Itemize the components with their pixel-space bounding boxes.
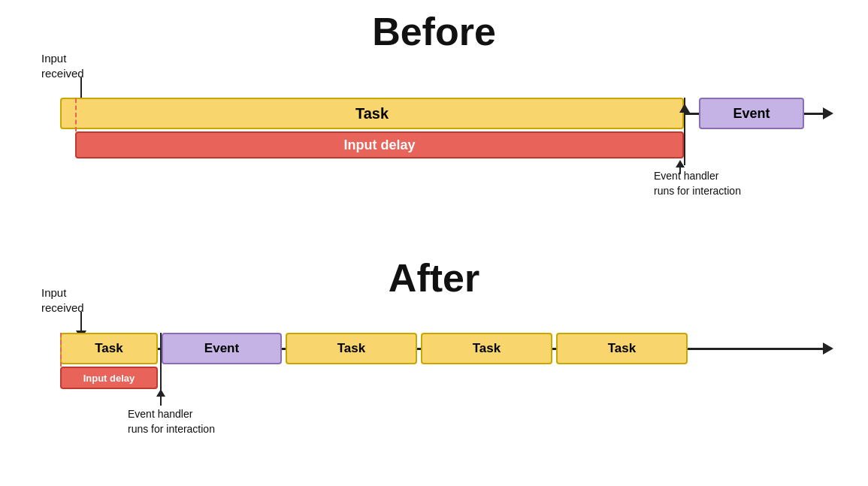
before-section: Before Input received Task Event Input d…	[0, 0, 868, 233]
after-event-block: Event	[162, 333, 282, 364]
before-dashed-line	[75, 98, 77, 131]
after-event-handler-line	[160, 333, 162, 393]
svg-marker-3	[156, 389, 165, 397]
before-task-block: Task	[60, 98, 684, 129]
after-dashed-line	[60, 333, 62, 367]
after-input-delay-block: Input delay	[60, 367, 158, 389]
after-task4-block: Task	[556, 333, 688, 364]
before-input-received-label: Input received	[41, 51, 84, 80]
before-up-arrow	[679, 104, 690, 113]
after-input-received-label: Input received	[41, 285, 84, 315]
after-event-handler-label: Event handler runs for interaction	[128, 407, 215, 436]
svg-marker-1	[676, 160, 685, 168]
before-event-block: Event	[699, 98, 804, 129]
before-event-handler-label: Event handler runs for interaction	[654, 169, 741, 198]
after-task3-block: Task	[421, 333, 552, 364]
diagram-container: Before Input received Task Event Input d…	[0, 0, 868, 486]
before-input-delay-block: Input delay	[75, 131, 684, 158]
after-event-handler-arrow	[153, 389, 168, 406]
after-task1-block: Task	[60, 333, 158, 364]
before-event-handler-arrow	[673, 160, 688, 174]
before-title: Before	[0, 9, 868, 54]
before-timeline-arrow	[823, 107, 833, 119]
after-task2-block: Task	[286, 333, 417, 364]
after-title: After	[0, 255, 868, 300]
after-timeline-arrow	[823, 343, 833, 355]
after-section: After Input received Task Event Task Tas…	[0, 240, 868, 486]
